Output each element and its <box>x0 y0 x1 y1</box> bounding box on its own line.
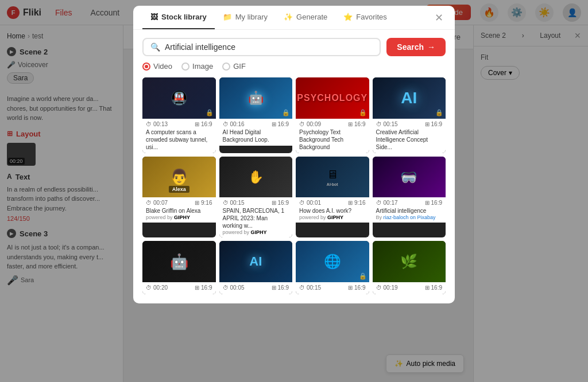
modal-close-button[interactable]: ✕ <box>432 9 446 26</box>
media-time-row: ⏱ 00:01 ⊞ 9:16 <box>299 200 366 206</box>
media-meta: ⏱ 00:15 ⊞ 16:9 <box>296 282 369 294</box>
media-time-row: ⏱ 00:09 ⊞ 16:9 <box>299 121 366 127</box>
aspect-ratio-icon: ⊞ <box>348 284 353 291</box>
search-row: 🔍 Search → <box>133 30 455 62</box>
aspect-ratio-icon: ⊞ <box>272 121 276 127</box>
clock-icon: ⏱ <box>146 121 152 127</box>
media-duration: ⏱ 00:13 <box>146 121 168 127</box>
media-ratio: ⊞ 16:9 <box>425 200 442 206</box>
media-meta: ⏱ 00:20 ⊞ 16:9 <box>142 282 216 294</box>
media-title: Psychology Text Background Tech Backgrou… <box>299 128 366 151</box>
media-duration: ⏱ 00:05 <box>223 284 245 291</box>
search-button[interactable]: Search → <box>386 38 446 56</box>
media-item-3[interactable]: PSYCHOLOGY 🔒 ⏱ 00:09 ⊞ 16:9 Psychology T… <box>296 77 369 153</box>
lock-icon: 🔒 <box>359 272 367 280</box>
media-item-1[interactable]: 🚇 🔒 ⏱ 00:13 ⊞ 16:9 A computer scans a cr… <box>142 77 216 153</box>
media-meta: ⏱ 00:09 ⊞ 16:9 Psychology Text Backgroun… <box>296 119 369 153</box>
aspect-ratio-icon: ⊞ <box>425 284 430 291</box>
media-time-row: ⏱ 00:16 ⊞ 16:9 <box>223 121 289 127</box>
filter-image[interactable]: Image <box>181 62 213 71</box>
filter-video[interactable]: Video <box>142 62 172 71</box>
media-meta: ⏱ 00:16 ⊞ 16:9 AI Head Digital Backgroun… <box>219 119 293 146</box>
media-time-row: ⏱ 00:15 ⊞ 16:9 <box>299 284 366 291</box>
media-duration: ⏱ 00:17 <box>376 200 398 206</box>
media-grid: 🚇 🔒 ⏱ 00:13 ⊞ 16:9 A computer scans a cr… <box>133 77 455 303</box>
tab-stock-library[interactable]: 🖼 Stock library <box>142 6 215 29</box>
radio-video-dot <box>145 65 148 68</box>
search-icon: 🔍 <box>150 42 160 52</box>
stock-library-modal: 🖼 Stock library 📁 My library ✨ Generate … <box>133 6 455 303</box>
aspect-ratio-icon: ⊞ <box>195 121 199 127</box>
filter-gif[interactable]: GIF <box>222 62 246 71</box>
media-meta: ⏱ 00:15 ⊞ 16:9 SPAIN, BARCELONA, 1 APRIL… <box>219 197 293 237</box>
tab-generate[interactable]: ✨ Generate <box>276 6 335 29</box>
lock-icon: 🔒 <box>359 109 367 116</box>
media-time-row: ⏱ 00:15 ⊞ 16:9 <box>223 200 289 206</box>
clock-icon: ⏱ <box>299 200 305 206</box>
media-meta: ⏱ 00:13 ⊞ 16:9 A computer scans a crowde… <box>142 119 216 153</box>
media-item-2[interactable]: 🤖 🔒 ⏱ 00:16 ⊞ 16:9 AI Head Digital Backg… <box>219 77 293 153</box>
arrow-right-icon: → <box>427 42 435 52</box>
media-thumb: 🤖 <box>142 241 216 282</box>
media-thumb: 🖥AI·bot <box>296 157 369 198</box>
media-thumb: PSYCHOLOGY 🔒 <box>296 77 369 119</box>
media-thumb: 🥽 <box>373 157 446 198</box>
favorites-icon: ⭐ <box>343 13 353 21</box>
media-ratio: ⊞ 16:9 <box>272 200 289 206</box>
media-time-row: ⏱ 00:19 ⊞ 16:9 <box>376 284 443 291</box>
aspect-ratio-icon: ⊞ <box>348 121 353 127</box>
media-item-11[interactable]: 🌐 🔒 ⏱ 00:15 ⊞ 16:9 <box>296 241 369 294</box>
media-thumb: AI <box>219 241 293 282</box>
media-ratio: ⊞ 16:9 <box>425 284 442 291</box>
tab-my-library[interactable]: 📁 My library <box>215 6 276 29</box>
radio-video-circle <box>142 63 150 71</box>
media-duration: ⏱ 00:20 <box>146 284 168 291</box>
media-thumb: 🤖 🔒 <box>219 77 293 119</box>
media-duration: ⏱ 00:15 <box>299 284 321 291</box>
media-item-7[interactable]: 🖥AI·bot ⏱ 00:01 ⊞ 9:16 How does A.I. wor… <box>296 157 369 238</box>
media-ratio: ⊞ 9:16 <box>348 200 365 206</box>
media-item-4[interactable]: AI 🔒 ⏱ 00:15 ⊞ 16:9 Creative Artificial … <box>373 77 446 153</box>
media-source: powered by GIPHY <box>146 215 212 220</box>
media-thumb: 🌿 <box>373 241 446 282</box>
media-duration: ⏱ 00:07 <box>146 200 168 206</box>
media-title: AI Head Digital Background Loop. <box>223 128 289 143</box>
media-ratio: ⊞ 16:9 <box>425 121 442 127</box>
media-item-8[interactable]: 🥽 ⏱ 00:17 ⊞ 16:9 Artificial intelligence… <box>373 157 446 238</box>
aspect-ratio-icon: ⊞ <box>272 200 276 206</box>
media-meta: ⏱ 00:01 ⊞ 9:16 How does A.I. work? power… <box>296 197 369 223</box>
media-thumb: 👨Alexa <box>142 157 216 198</box>
media-ratio: ⊞ 9:16 <box>195 200 212 206</box>
media-item-9[interactable]: 🤖 ⏱ 00:20 ⊞ 16:9 <box>142 241 216 294</box>
media-ratio: ⊞ 16:9 <box>195 284 212 291</box>
media-item-10[interactable]: AI ⏱ 00:05 ⊞ 16:9 <box>219 241 293 294</box>
media-thumb: ✋ <box>219 157 293 198</box>
search-input-wrap: 🔍 <box>142 38 381 56</box>
media-meta: ⏱ 00:19 ⊞ 16:9 <box>373 282 446 294</box>
media-ratio: ⊞ 16:9 <box>272 121 289 127</box>
media-ratio: ⊞ 16:9 <box>348 121 365 127</box>
media-ratio: ⊞ 16:9 <box>348 284 365 291</box>
search-input[interactable] <box>165 42 373 52</box>
media-thumb: AI 🔒 <box>373 77 446 119</box>
media-meta: ⏱ 00:15 ⊞ 16:9 Creative Artificial Intel… <box>373 119 446 153</box>
media-duration: ⏱ 00:15 <box>376 121 398 127</box>
clock-icon: ⏱ <box>299 121 305 127</box>
aspect-ratio-icon: ⊞ <box>195 200 199 206</box>
media-item-5[interactable]: 👨Alexa ⏱ 00:07 ⊞ 9:16 Blake Griffin on A… <box>142 157 216 238</box>
tab-favorites[interactable]: ⭐ Favorites <box>335 6 394 29</box>
media-item-12[interactable]: 🌿 ⏱ 00:19 ⊞ 16:9 <box>373 241 446 294</box>
aspect-ratio-icon: ⊞ <box>195 284 199 291</box>
media-meta: ⏱ 00:17 ⊞ 16:9 Artificial intelligence B… <box>373 197 446 223</box>
media-item-6[interactable]: ✋ ⏱ 00:15 ⊞ 16:9 SPAIN, BARCELONA, 1 APR… <box>219 157 293 238</box>
media-time-row: ⏱ 00:13 ⊞ 16:9 <box>146 121 212 127</box>
radio-gif-circle <box>222 63 230 71</box>
clock-icon: ⏱ <box>376 121 382 127</box>
clock-icon: ⏱ <box>223 121 229 127</box>
media-meta: ⏱ 00:05 ⊞ 16:9 <box>219 282 293 294</box>
media-duration: ⏱ 00:01 <box>299 200 321 206</box>
clock-icon: ⏱ <box>146 200 152 206</box>
media-ratio: ⊞ 16:9 <box>272 284 289 291</box>
media-thumb: 🚇 🔒 <box>142 77 216 119</box>
media-time-row: ⏱ 00:15 ⊞ 16:9 <box>376 121 443 127</box>
